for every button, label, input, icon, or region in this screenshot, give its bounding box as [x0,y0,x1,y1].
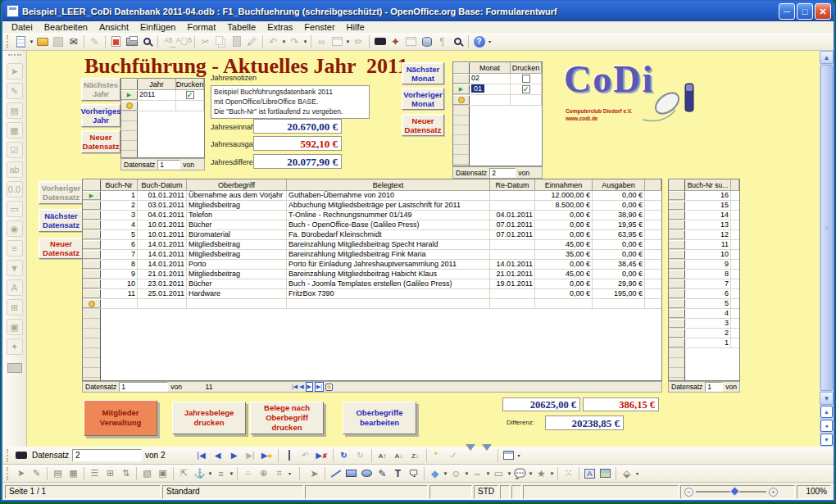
next-record-icon[interactable]: ▶ [306,382,313,392]
zoom-icon[interactable] [450,34,466,49]
new-record-row[interactable] [121,101,204,111]
col-header-ausgaben[interactable]: Ausgaben [593,179,645,191]
menu-item[interactable]: Format [181,21,221,33]
design-mode-icon[interactable]: ✎ [7,83,23,99]
from-file-icon[interactable] [597,466,613,481]
callout-shapes-icon[interactable]: 💬 [512,466,528,481]
month-record-input[interactable] [489,168,516,178]
scrollbar-thumb[interactable] [820,65,833,391]
booking-row[interactable]: 5 10.01.2011 Büromaterial Fa. Bürobedarf… [83,230,661,240]
pdf-export-icon[interactable] [108,34,124,49]
freeform-line-icon[interactable]: ✎ [375,466,390,481]
booking-row[interactable]: 8 14.01.2011 Porto Porto für Einladung J… [83,260,661,270]
summary-row[interactable]: 9 [669,260,739,270]
data-sources-icon[interactable] [419,34,434,49]
col-header-belegtext[interactable]: Belegtext [287,179,490,191]
form-navigator-icon[interactable]: ☰ [87,466,102,481]
zoom-slider[interactable]: − + [680,485,795,499]
cut-icon[interactable]: ✂ [198,34,213,49]
previous-year-button[interactable]: Vorheriges Jahr [81,104,120,127]
symbol-shapes-icon[interactable]: ☺ [448,466,464,481]
month-row[interactable]: 01 [453,84,542,95]
anchor-icon[interactable]: ⚓ [192,466,207,481]
undo-dropdown-icon[interactable]: ▼ [281,39,287,44]
booking-row[interactable]: 4 10.01.2011 Bücher Buch - OpenOffice-Ba… [83,220,661,230]
data-source-as-table-icon[interactable] [501,448,516,463]
sort-icon[interactable]: A↕ [375,451,391,460]
remove-filter-icon[interactable] [479,451,495,460]
page-preview-icon[interactable] [139,34,155,49]
new-month-record-button[interactable]: Neuer Datensatz [402,114,444,136]
push-button-icon[interactable]: ▭ [7,201,23,217]
redo-icon[interactable]: ↷ [287,34,302,49]
toolbar-handle[interactable] [7,35,11,48]
booking-row[interactable]: 2 03.01.2011 Mitgliedsbeitrag Abbuchung … [83,201,661,211]
print-checkbox[interactable] [522,75,530,83]
zoom-out-icon[interactable]: − [684,488,693,497]
next-year-button[interactable]: Nächstes Jahr [81,78,120,101]
col-header-buchnr-sum[interactable]: Buch-Nr su... [685,179,731,191]
booking-row[interactable]: 7 14.01.2011 Mitgliedsbeitrag Bareinzahl… [83,250,661,260]
wizards-icon[interactable]: ✦ [7,338,23,355]
summary-row[interactable]: 14 [669,211,739,220]
alignment-icon[interactable]: ≡ [213,466,229,481]
find-replace-icon[interactable] [372,34,388,49]
line-icon[interactable] [328,466,343,481]
delete-record-icon[interactable]: ▶✘ [314,451,330,460]
control-properties-icon[interactable]: ▤ [50,466,66,481]
summary-row[interactable]: 10 [669,250,739,260]
text-icon[interactable]: T [390,466,406,481]
paste-icon[interactable] [229,34,244,49]
new-record-row[interactable] [453,95,542,106]
guides-when-moving-icon[interactable]: ⌗ [271,466,287,481]
menu-item[interactable]: Ansicht [93,21,134,33]
summary-row[interactable]: 16 [669,191,739,201]
summary-row[interactable]: 4 [669,309,739,319]
new-record-button[interactable]: Neuer Datensatz [39,238,84,259]
form-based-filter-icon[interactable] [462,451,479,460]
block-arrows-dropdown-icon[interactable]: ▼ [485,471,491,476]
check-box-icon[interactable]: ☑ [7,142,23,158]
edit-categories-button[interactable]: Oberbegriffe bearbeiten [343,402,416,434]
email-icon[interactable]: ✉ [66,34,81,49]
next-record-button[interactable]: Nächster Datensatz [39,209,84,232]
flowchart-dropdown-icon[interactable]: ▼ [507,471,512,476]
year-table[interactable]: Jahr Drucken 2011 [120,78,205,158]
booking-row[interactable]: 10 23.01.2011 Bücher Buch - Joomla Templ… [83,279,661,289]
gallery-icon[interactable] [403,34,419,49]
toolbar-handle[interactable] [7,449,11,462]
col-header-einnahmen[interactable]: Einnahmen [535,179,593,191]
col-header-buchdatum[interactable]: Buch-Datum [138,179,187,191]
new-record-icon[interactable] [325,384,333,391]
first-record-icon[interactable]: |◀ [193,451,210,460]
toolbar-handle[interactable] [8,54,21,58]
activation-order-icon[interactable]: ⇅ [118,466,134,481]
select-pointer-icon[interactable]: ➤ [7,63,23,79]
hyperlink-icon[interactable]: ∞ [314,34,329,49]
toolbar-handle[interactable] [7,467,11,480]
save-icon[interactable] [50,34,66,49]
next-month-button[interactable]: Nächster Monat [402,62,444,84]
summary-record-input[interactable] [705,382,723,392]
member-management-button[interactable]: Mitglieder Verwaltung [84,400,157,436]
prev-record-icon[interactable]: ◀ [299,383,303,391]
sort-descending-icon[interactable]: Z↓ [407,451,424,460]
year-row[interactable]: 2011 [121,90,204,101]
summary-row[interactable]: 1 [669,338,739,348]
summary-row[interactable]: 11 [669,240,739,250]
callout-shapes-dropdown-icon[interactable]: ▼ [528,471,534,476]
new-record-icon[interactable]: ▶✱ [259,451,275,460]
new-document-icon[interactable] [13,34,29,49]
menu-item[interactable]: Fenster [298,21,340,33]
summary-row[interactable]: 5 [669,299,739,309]
new-record-row[interactable] [83,299,661,309]
list-box-icon[interactable]: ≡ [7,240,23,257]
position-size-icon[interactable]: ⇱ [176,466,192,481]
vertical-scrollbar[interactable]: ▲ ▼ ▲ ● ▼ [820,51,834,447]
month-table[interactable]: Monat Drucken 02 01 [452,61,543,166]
form-design-icon[interactable]: ▣ [7,319,23,335]
extrusion-on-off-icon[interactable]: ⬙ [619,466,634,481]
symbol-shapes-dropdown-icon[interactable]: ▼ [464,471,470,476]
next-page-icon[interactable]: ▼ [820,434,833,446]
undo-icon[interactable]: ↶ [266,34,281,49]
